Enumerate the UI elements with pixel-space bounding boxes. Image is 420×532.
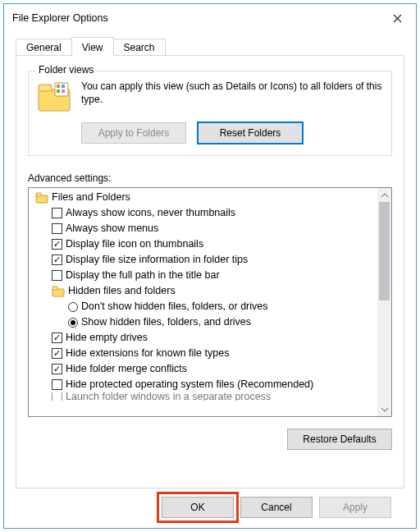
opt-hidden-show[interactable]: Show hidden files, folders, and drives [32,314,377,330]
cancel-button[interactable]: Cancel [240,497,313,518]
tab-general[interactable]: General [16,39,72,56]
close-button[interactable] [378,4,416,32]
opt-label: Display the full path in the title bar [66,268,220,283]
opt-always-menus[interactable]: Always show menus [32,221,377,236]
radio-icon[interactable] [68,302,78,312]
opt-label: Always show icons, never thumbnails [66,205,235,221]
opt-full-path-title[interactable]: Display the full path in the title bar [32,268,377,283]
close-icon [393,14,402,23]
folder-icon [37,81,73,114]
client-area: General View Search Folder views [4,32,416,528]
opt-hide-empty[interactable]: Hide empty drives [32,330,377,346]
opt-hide-ext[interactable]: Hide extensions for known file types [32,346,377,361]
checkbox-icon[interactable] [52,392,62,401]
opt-label: Display file icon on thumbnails [66,236,203,252]
checkbox-icon[interactable] [52,270,62,281]
checkbox-icon[interactable] [52,332,62,343]
restore-defaults-button[interactable]: Restore Defaults [287,429,392,450]
folder-icon [35,192,48,204]
folder-views-desc: You can apply this view (such as Details… [81,80,383,106]
tab-search[interactable]: Search [113,39,166,56]
scroll-down-button[interactable] [377,402,391,416]
folder-icon [52,286,65,297]
advanced-tree[interactable]: Files and Folders Always show icons, nev… [29,188,377,416]
advanced-settings-list: Files and Folders Always show icons, nev… [28,187,392,417]
opt-hide-merge[interactable]: Hide folder merge conflicts [32,361,377,377]
opt-label: Always show menus [66,221,158,236]
checkbox-icon[interactable] [52,223,62,234]
opt-label: Hide folder merge conflicts [66,361,187,377]
tree-group-hidden: Hidden files and folders [32,283,377,299]
opt-hidden-hide[interactable]: Don't show hidden files, folders, or dri… [32,299,377,314]
opt-label: Display file size information in folder … [66,252,248,268]
tree-group-files-folders: Files and Folders [32,190,377,205]
tab-strip: General View Search [16,35,404,55]
opt-label: Don't show hidden files, folders, or dri… [81,299,268,314]
opt-label: Launch folder windows in a separate proc… [66,392,271,401]
reset-folders-button[interactable]: Reset Folders [198,122,303,144]
apply-button: Apply [319,497,391,518]
opt-always-icons[interactable]: Always show icons, never thumbnails [32,205,377,221]
checkbox-icon[interactable] [52,255,62,265]
chevron-up-icon [381,193,388,198]
vertical-scrollbar[interactable] [377,188,391,416]
folder-views-group: Folder views You can apply this view (su… [28,71,392,156]
svg-rect-1 [39,85,52,91]
svg-rect-10 [52,287,57,290]
scroll-track[interactable] [377,202,391,402]
opt-label: Hide empty drives [66,330,148,346]
checkbox-icon[interactable] [52,364,62,374]
ok-button[interactable]: OK [162,497,234,518]
checkbox-icon[interactable] [52,379,62,390]
advanced-settings-label: Advanced settings: [28,172,392,184]
tab-panel-view: Folder views You can apply this view (su… [16,55,404,488]
svg-rect-8 [36,193,41,196]
dialog-window: File Explorer Options General View Searc… [3,3,417,529]
svg-rect-6 [62,89,65,93]
opt-hide-os[interactable]: Hide protected operating system files (R… [32,377,377,392]
scroll-thumb[interactable] [379,202,390,300]
apply-to-folders-button: Apply to Folders [81,122,186,144]
scroll-up-button[interactable] [377,188,391,202]
dialog-buttons: OK Cancel Apply [16,488,404,518]
tab-view[interactable]: View [71,37,114,56]
checkbox-icon[interactable] [52,208,62,218]
checkbox-icon[interactable] [52,348,62,359]
opt-size-tips[interactable]: Display file size information in folder … [32,252,377,268]
opt-label: Hide protected operating system files (R… [66,377,313,392]
titlebar: File Explorer Options [4,4,416,32]
tree-group-label: Files and Folders [52,190,130,205]
opt-label: Show hidden files, folders, and drives [81,314,251,330]
svg-rect-3 [57,85,60,88]
checkbox-icon[interactable] [52,239,62,250]
opt-label: Hide extensions for known file types [66,346,229,361]
opt-file-icon-thumbs[interactable]: Display file icon on thumbnails [32,236,377,252]
window-title: File Explorer Options [12,12,378,24]
tree-group-label: Hidden files and folders [68,283,176,299]
radio-icon[interactable] [68,318,78,328]
folder-views-legend: Folder views [35,64,97,76]
svg-rect-5 [57,89,60,93]
opt-cutoff[interactable]: Launch folder windows in a separate proc… [32,392,377,401]
svg-rect-4 [62,85,65,88]
chevron-down-icon [381,407,388,412]
